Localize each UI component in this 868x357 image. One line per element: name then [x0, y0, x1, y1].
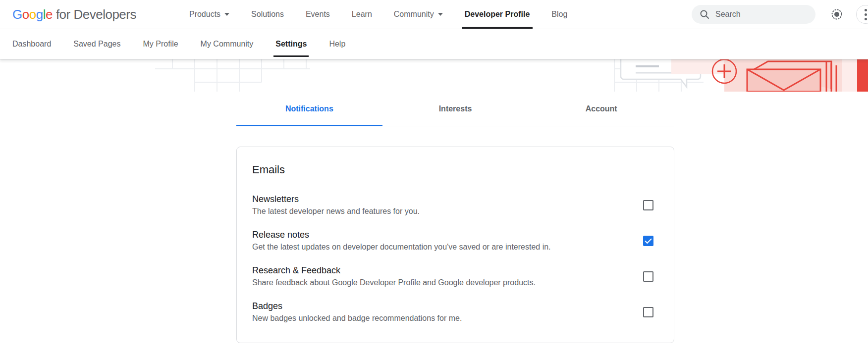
row-text: Badges New badges unlocked and badge rec…	[252, 301, 462, 323]
overflow-menu-button[interactable]	[856, 5, 868, 24]
research-feedback-checkbox[interactable]	[643, 271, 653, 282]
nav-learn[interactable]: Learn	[341, 0, 383, 29]
logo-letter: e	[46, 7, 53, 22]
emails-card-title: Emails	[252, 163, 653, 176]
nav-blog[interactable]: Blog	[541, 0, 578, 29]
tab-notifications[interactable]: Notifications	[236, 92, 382, 126]
grid-illustration	[155, 59, 310, 92]
google-for-developers-logo[interactable]: Googlefor Developers	[12, 7, 136, 22]
brightness-icon	[830, 8, 843, 21]
row-title: Badges	[252, 301, 462, 311]
nav-community[interactable]: Community	[383, 0, 454, 29]
pink-block	[671, 59, 724, 74]
logo-suffix: for Developers	[56, 7, 136, 22]
logo-letter: g	[36, 7, 43, 22]
row-text: Research & Feedback Share feedback about…	[252, 265, 536, 287]
nav-developer-profile[interactable]: Developer Profile	[454, 0, 541, 29]
banner-line-art	[0, 59, 868, 92]
row-description: Share feedback about Google Developer Pr…	[252, 278, 536, 287]
email-pref-row-badges: Badges New badges unlocked and badge rec…	[252, 301, 653, 323]
profile-subnav: Dashboard Saved Pages My Profile My Comm…	[0, 29, 868, 59]
nav-events-label: Events	[306, 10, 330, 19]
tab-account[interactable]: Account	[528, 92, 674, 126]
row-description: New badges unlocked and badge recommenda…	[252, 314, 462, 323]
row-title: Release notes	[252, 230, 551, 240]
subnav-help[interactable]: Help	[329, 29, 345, 59]
emails-card: Emails Newsletters The latest developer …	[236, 147, 674, 343]
search-box[interactable]	[692, 5, 815, 24]
red-edge-bar	[857, 59, 868, 92]
row-text: Release notes Get the latest updates on …	[252, 230, 551, 252]
chevron-down-icon	[224, 13, 229, 16]
nav-events[interactable]: Events	[295, 0, 341, 29]
release-notes-checkbox[interactable]	[643, 236, 653, 246]
nav-community-label: Community	[394, 10, 434, 19]
nav-learn-label: Learn	[352, 10, 372, 19]
email-pref-row-research-feedback: Research & Feedback Share feedback about…	[252, 265, 653, 287]
primary-nav-links: Products Solutions Events Learn Communit…	[178, 0, 578, 29]
row-title: Research & Feedback	[252, 265, 536, 276]
row-title: Newsletters	[252, 194, 420, 204]
search-input[interactable]	[715, 10, 800, 19]
logo-letter: G	[12, 7, 22, 22]
tab-interests[interactable]: Interests	[382, 92, 529, 126]
row-description: The latest developer news and features f…	[252, 207, 420, 216]
row-text: Newsletters The latest developer news an…	[252, 194, 420, 216]
kebab-menu-icon	[865, 18, 867, 20]
nav-products[interactable]: Products	[178, 0, 240, 29]
top-navbar: Googlefor Developers Products Solutions …	[0, 0, 868, 29]
logo-letter: o	[22, 7, 29, 22]
nav-blog-label: Blog	[551, 10, 567, 19]
nav-solutions[interactable]: Solutions	[240, 0, 295, 29]
chevron-down-icon	[438, 13, 443, 16]
nav-products-label: Products	[189, 10, 220, 19]
newsletters-checkbox[interactable]	[643, 200, 653, 210]
settings-content: Notifications Interests Account Emails N…	[236, 92, 674, 343]
subnav-settings[interactable]: Settings	[275, 29, 307, 59]
badges-checkbox[interactable]	[643, 307, 653, 317]
email-pref-row-newsletters: Newsletters The latest developer news an…	[252, 194, 653, 216]
kebab-menu-icon	[865, 13, 867, 16]
email-pref-row-release-notes: Release notes Get the latest updates on …	[252, 230, 653, 252]
logo-letter: o	[29, 7, 36, 22]
subnav-dashboard[interactable]: Dashboard	[12, 29, 51, 59]
settings-tab-bar: Notifications Interests Account	[236, 92, 674, 126]
nav-developer-profile-label: Developer Profile	[465, 10, 530, 19]
row-description: Get the latest updates on developer docu…	[252, 243, 551, 252]
subnav-my-profile[interactable]: My Profile	[143, 29, 178, 59]
subnav-my-community[interactable]: My Community	[201, 29, 254, 59]
pink-block	[842, 59, 857, 92]
nav-solutions-label: Solutions	[251, 10, 284, 19]
kebab-menu-icon	[865, 9, 867, 11]
brightness-toggle-button[interactable]	[830, 8, 843, 21]
search-icon	[700, 9, 709, 19]
decorative-header-banner	[0, 59, 868, 92]
subnav-saved-pages[interactable]: Saved Pages	[73, 29, 120, 59]
